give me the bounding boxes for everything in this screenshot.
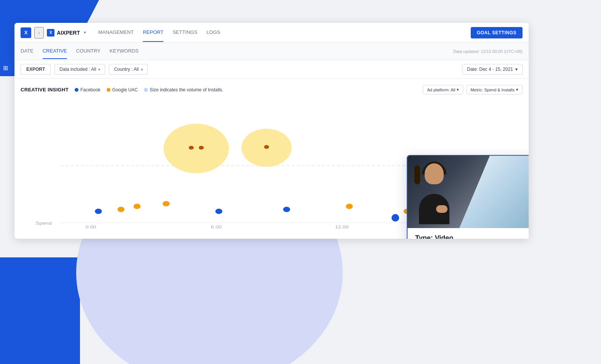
app-icon: X xyxy=(21,27,31,38)
aixpert-logo-icon: X xyxy=(47,29,54,37)
chart-title: CREATIVE INSIGHT xyxy=(21,87,69,93)
person-figure xyxy=(415,160,468,224)
country-label: Country : All xyxy=(114,67,139,72)
legend-facebook: Facebook xyxy=(75,87,101,93)
person-hair-left xyxy=(414,165,420,184)
person-head xyxy=(425,163,444,184)
country-dropdown[interactable]: Country : All ▾ xyxy=(109,64,148,75)
person-hand xyxy=(436,205,448,213)
data-included-label: Data included : All xyxy=(59,67,96,72)
facebook-legend-dot xyxy=(75,88,78,92)
nav-management[interactable]: MANAGEMENT xyxy=(98,23,134,42)
bg-decoration-bottom xyxy=(0,257,80,364)
tooltip-content: Type: Video Platform: Facebook Spend: $1… xyxy=(408,228,529,239)
tooltip-card: Type: Video Platform: Facebook Spend: $1… xyxy=(407,155,529,239)
svg-point-2 xyxy=(199,146,204,150)
ad-platform-label: Ad platform: All xyxy=(427,88,455,92)
ad-platform-dropdown[interactable]: Ad platform: All ▾ xyxy=(423,85,463,94)
nav-settings[interactable]: SETTINGS xyxy=(173,23,197,42)
size-legend-label: Size indicates the volume of Installs. xyxy=(150,87,223,93)
scatter-dot[interactable] xyxy=(346,204,353,209)
legend-size-indicator: Size indicates the volume of Installs. xyxy=(144,87,223,93)
top-nav: X ‹ X AIXPERT ▾ MANAGEMENT REPORT SETTIN… xyxy=(14,23,529,43)
metric-dropdown[interactable]: Metric: Spend & Installs ▾ xyxy=(466,85,523,94)
scatter-dot[interactable] xyxy=(117,207,124,212)
data-included-arrow: ▾ xyxy=(98,67,100,72)
tab-date[interactable]: DATE xyxy=(21,43,34,59)
chart-header: CREATIVE INSIGHT Facebook Google UAC Siz… xyxy=(21,85,523,94)
data-updated-label: Data updated: 12/15 00:00 (UTC+08) xyxy=(453,49,523,54)
scatter-dot[interactable] xyxy=(134,204,141,209)
chart-area: CREATIVE INSIGHT Facebook Google UAC Siz… xyxy=(14,79,529,239)
tab-keywords[interactable]: KEYWORDS xyxy=(110,43,139,59)
window-background xyxy=(459,156,529,228)
scatter-dot[interactable] xyxy=(283,207,290,212)
nav-logs[interactable]: LOGS xyxy=(206,23,220,42)
tooltip-type: Type: Video xyxy=(415,234,528,239)
tooltip-image xyxy=(408,156,529,228)
bubble-large-left[interactable] xyxy=(164,124,229,173)
scatter-dot[interactable] xyxy=(95,209,102,214)
ad-platform-arrow: ▾ xyxy=(457,87,459,92)
back-button[interactable]: ‹ xyxy=(34,27,44,38)
metric-arrow: ▾ xyxy=(516,87,518,92)
size-legend-dot xyxy=(144,88,148,92)
google-legend-dot xyxy=(107,88,110,92)
export-button[interactable]: EXPORT xyxy=(21,64,51,75)
toolbar: EXPORT Data included : All ▾ Country : A… xyxy=(14,60,529,79)
date-selector[interactable]: Date: Dec 4 - 15, 2021 ▾ xyxy=(462,64,523,75)
nav-report[interactable]: REPORT xyxy=(143,23,163,42)
facebook-legend-label: Facebook xyxy=(80,87,101,93)
country-arrow: ▾ xyxy=(141,67,143,72)
data-included-dropdown[interactable]: Data included : All ▾ xyxy=(54,64,105,75)
svg-point-1 xyxy=(189,146,194,150)
app-dropdown-arrow[interactable]: ▾ xyxy=(84,30,86,35)
svg-text:6.00: 6.00 xyxy=(211,225,222,228)
svg-text:Spend: Spend xyxy=(36,221,52,226)
date-arrow: ▾ xyxy=(515,67,518,72)
svg-point-3 xyxy=(264,145,269,149)
google-legend-label: Google UAC xyxy=(112,87,138,93)
sub-nav: DATE CREATIVE COUNTRY KEYWORDS Data upda… xyxy=(14,43,529,60)
scatter-dot[interactable] xyxy=(163,201,169,206)
date-label: Date: Dec 4 - 15, 2021 xyxy=(467,67,513,72)
app-window: X ‹ X AIXPERT ▾ MANAGEMENT REPORT SETTIN… xyxy=(14,23,529,239)
legend-google-uac: Google UAC xyxy=(107,87,138,93)
top-nav-links: MANAGEMENT REPORT SETTINGS LOGS xyxy=(98,23,220,42)
grid-icon: ⊞ xyxy=(3,64,8,72)
connector-dot xyxy=(392,214,399,222)
metric-label: Metric: Spend & Installs xyxy=(470,88,515,92)
tab-country[interactable]: COUNTRY xyxy=(76,43,101,59)
tab-creative[interactable]: CREATIVE xyxy=(43,43,67,59)
chart-controls: Ad platform: All ▾ Metric: Spend & Insta… xyxy=(423,85,523,94)
app-logo-group: X AIXPERT ▾ xyxy=(47,29,86,37)
main-logo-icon: X xyxy=(21,27,31,38)
svg-text:0.00: 0.00 xyxy=(85,225,96,228)
goal-settings-button[interactable]: GOAL SETTINGS xyxy=(471,27,523,38)
chart-legend: Facebook Google UAC Size indicates the v… xyxy=(75,87,224,93)
scatter-dot[interactable] xyxy=(215,209,222,214)
app-name-label: AIXPERT xyxy=(57,30,80,36)
svg-text:12.00: 12.00 xyxy=(335,225,348,228)
